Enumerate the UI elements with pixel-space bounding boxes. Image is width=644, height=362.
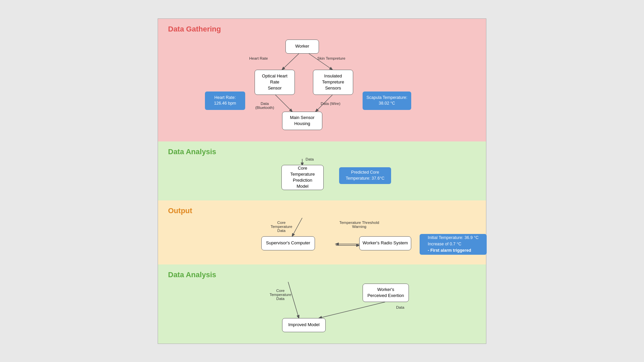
- alarm-info-box: Initial Temperature: 36.9 °C Increase of…: [420, 234, 487, 255]
- workers-radio-box: Worker's Radio System: [359, 236, 411, 250]
- label-skin-temp: Skin Tempreture: [317, 56, 345, 60]
- workers-perceived-box: Worker's Perceived Exertion: [363, 284, 409, 302]
- section-data-gathering: Data Gathering Worker: [158, 19, 486, 141]
- svg-line-9: [319, 302, 385, 318]
- predicted-core-temp-box: Predicted Core Temperature: 37.6°C: [339, 167, 391, 184]
- label-data-wire: Data (Wire): [321, 102, 340, 106]
- svg-line-0: [282, 54, 299, 70]
- label-data-down: Data: [306, 157, 314, 161]
- label-core-temp-data-bottom: Core Temperature Data: [265, 289, 296, 301]
- flow-area-output: Core Temperature Data Temperature Thresh…: [168, 218, 476, 256]
- scapula-temp-box: Scapula Temperature: 38.02 °C: [363, 92, 411, 110]
- label-temp-threshold: Temperature Threshold Warning: [339, 221, 379, 229]
- section-title-analysis-bottom: Data Analysis: [168, 270, 476, 279]
- supervisors-computer-box: Supervisor's Computer: [261, 236, 315, 250]
- section-data-analysis-top: Data Analysis Data Core Temperature Pred…: [158, 141, 486, 200]
- section-output: Output Core Temperature Data: [158, 200, 486, 264]
- core-temp-model-box: Core Temperature Prediction Model: [281, 165, 324, 190]
- flow-area-gathering: Worker Heart Rate Skin Tempreture Optica…: [168, 36, 476, 133]
- worker-box: Worker: [285, 40, 319, 54]
- insulated-temp-box: Insulated Tempreture Sensors: [313, 70, 353, 95]
- label-data-right: Data: [396, 305, 404, 309]
- flow-area-analysis-bottom: Core Temperature Data Worker's Perceived…: [168, 282, 476, 336]
- optical-heart-rate-box: Optical Heart Rate Sensor: [255, 70, 295, 95]
- section-title-analysis-top: Data Analysis: [168, 147, 476, 156]
- alarm-bold-line: - First alarm triggered: [428, 247, 478, 254]
- main-sensor-box: Main Sensor Housing: [282, 112, 322, 130]
- section-title-data-gathering: Data Gathering: [168, 25, 476, 34]
- label-heart-rate: Heart Rate: [249, 56, 268, 60]
- label-data-bluetooth: Data (Bluetooth): [255, 102, 274, 110]
- flow-area-analysis-top: Data Core Temperature Prediction Model P…: [168, 159, 476, 192]
- section-data-analysis-bottom: Data Analysis Core Temperature Data Wo: [158, 264, 486, 344]
- svg-line-2: [275, 95, 292, 112]
- heart-rate-value-box: Heart Rate: 126.46 bpm: [205, 92, 245, 110]
- section-title-output: Output: [168, 206, 476, 215]
- diagram-wrapper: Data Gathering Worker: [158, 18, 486, 344]
- improved-model-box: Improved Model: [282, 318, 326, 332]
- alarm-info-content: Initial Temperature: 36.9 °C Increase of…: [428, 235, 478, 253]
- label-core-temp-data-top: Core Temperature Data: [268, 221, 295, 233]
